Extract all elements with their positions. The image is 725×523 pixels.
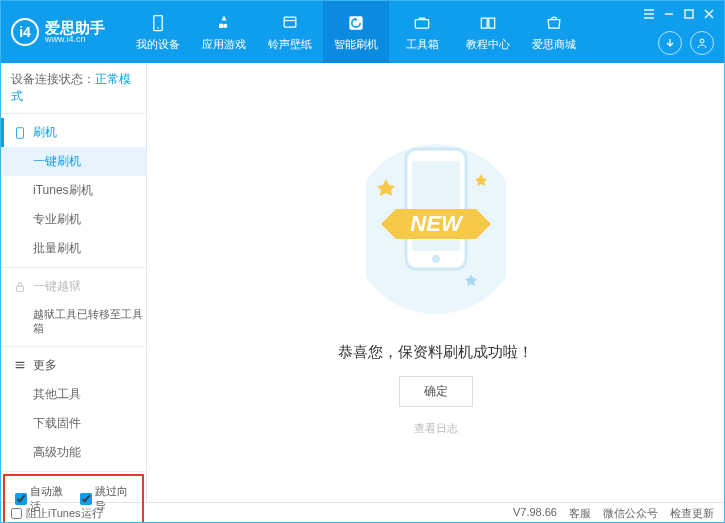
nav-tabs: 我的设备 应用游戏 铃声壁纸 智能刷机 工具箱 教程中心 爱思商城 xyxy=(125,1,587,63)
user-button[interactable] xyxy=(690,31,714,55)
app-name: 爱思助手 xyxy=(45,20,105,35)
app-url: www.i4.cn xyxy=(45,35,105,44)
sidebar-head-flash[interactable]: 刷机 xyxy=(1,118,146,147)
connection-status: 设备连接状态：正常模式 xyxy=(1,63,146,114)
sidebar-item-firmware[interactable]: 下载固件 xyxy=(1,409,146,438)
sidebar-item-itunes[interactable]: iTunes刷机 xyxy=(1,176,146,205)
logo: i4 爱思助手 www.i4.cn xyxy=(11,18,105,46)
window-controls xyxy=(642,7,716,21)
view-log-link[interactable]: 查看日志 xyxy=(414,421,458,436)
tab-ringtones[interactable]: 铃声壁纸 xyxy=(257,1,323,63)
success-message: 恭喜您，保资料刷机成功啦！ xyxy=(338,343,533,362)
ok-button[interactable]: 确定 xyxy=(399,376,473,407)
sidebar-item-batch[interactable]: 批量刷机 xyxy=(1,234,146,263)
version-label: V7.98.66 xyxy=(513,506,557,521)
tab-tutorials[interactable]: 教程中心 xyxy=(455,1,521,63)
sidebar: 设备连接状态：正常模式 刷机 一键刷机 iTunes刷机 专业刷机 批量刷机 一… xyxy=(1,63,147,502)
wechat-link[interactable]: 微信公众号 xyxy=(603,506,658,521)
svg-rect-7 xyxy=(17,127,24,138)
svg-rect-5 xyxy=(685,10,693,18)
support-link[interactable]: 客服 xyxy=(569,506,591,521)
chk-block-itunes[interactable]: 阻止iTunes运行 xyxy=(11,506,103,521)
tab-store[interactable]: 爱思商城 xyxy=(521,1,587,63)
tab-device[interactable]: 我的设备 xyxy=(125,1,191,63)
svg-rect-8 xyxy=(17,286,24,291)
close-icon[interactable] xyxy=(702,7,716,21)
sidebar-item-oneclick[interactable]: 一键刷机 xyxy=(1,147,146,176)
maximize-icon[interactable] xyxy=(682,7,696,21)
sidebar-head-more[interactable]: 更多 xyxy=(1,351,146,380)
update-link[interactable]: 检查更新 xyxy=(670,506,714,521)
tab-flash[interactable]: 智能刷机 xyxy=(323,1,389,63)
svg-point-6 xyxy=(700,39,704,43)
sidebar-item-advanced[interactable]: 高级功能 xyxy=(1,438,146,467)
logo-icon: i4 xyxy=(11,18,39,46)
sidebar-head-jailbreak: 一键越狱 xyxy=(1,272,146,301)
sidebar-item-pro[interactable]: 专业刷机 xyxy=(1,205,146,234)
app-header: i4 爱思助手 www.i4.cn 我的设备 应用游戏 铃声壁纸 智能刷机 工具… xyxy=(1,1,724,63)
tab-apps[interactable]: 应用游戏 xyxy=(191,1,257,63)
main-content: NEW 恭喜您，保资料刷机成功啦！ 确定 查看日志 xyxy=(147,63,724,502)
minimize-icon[interactable] xyxy=(662,7,676,21)
download-button[interactable] xyxy=(658,31,682,55)
svg-rect-4 xyxy=(415,19,428,27)
svg-text:NEW: NEW xyxy=(410,211,464,236)
success-illustration: NEW xyxy=(366,129,506,329)
svg-rect-2 xyxy=(284,17,296,27)
menu-icon[interactable] xyxy=(642,7,656,21)
svg-point-1 xyxy=(157,27,159,29)
svg-point-13 xyxy=(432,255,440,263)
sidebar-item-other[interactable]: 其他工具 xyxy=(1,380,146,409)
tab-toolbox[interactable]: 工具箱 xyxy=(389,1,455,63)
sidebar-jailbreak-note: 越狱工具已转移至工具箱 xyxy=(1,301,146,342)
